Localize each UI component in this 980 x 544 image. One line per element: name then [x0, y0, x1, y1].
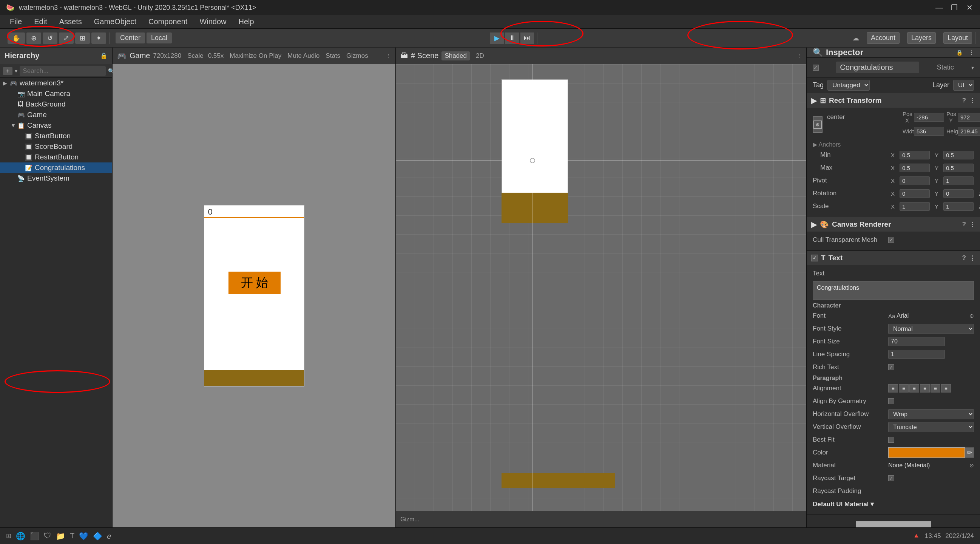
h-overflow-select[interactable]: Wrap	[888, 409, 974, 420]
hierarchy-item-canvas[interactable]: ▼ 📋 Canvas	[0, 120, 112, 131]
obj-enabled-checkbox[interactable]	[813, 65, 819, 71]
menu-help[interactable]: Help	[233, 16, 259, 27]
local-button[interactable]: Local	[146, 32, 172, 43]
inspector-more-icon[interactable]: ⋮	[969, 49, 974, 56]
rotate-tool-button[interactable]: ↺	[43, 32, 57, 44]
text-header[interactable]: ✓ T Text ? ⋮	[807, 251, 980, 265]
layers-button[interactable]: Layers	[907, 32, 936, 44]
max-x-input[interactable]	[900, 164, 930, 172]
menu-window[interactable]: Window	[194, 16, 232, 27]
scale-tool-button[interactable]: ⤢	[59, 32, 74, 44]
rect-transform-header[interactable]: ▶ ⊞ Rect Transform ? ⋮	[807, 93, 980, 108]
v-overflow-select[interactable]: Truncate	[888, 422, 974, 432]
cull-transparent-checkbox[interactable]	[888, 237, 894, 243]
menu-file[interactable]: File	[5, 16, 27, 27]
mute-audio[interactable]: Mute Audio	[287, 52, 320, 60]
hierarchy-item-eventsystem[interactable]: 📡 EventSystem	[0, 173, 112, 183]
menu-assets[interactable]: Assets	[54, 16, 87, 27]
pos-y-input[interactable]	[958, 113, 980, 122]
color-swatch[interactable]	[888, 447, 965, 458]
hierarchy-item-game[interactable]: 🎮 Game	[0, 110, 112, 120]
height-input[interactable]	[958, 127, 980, 136]
pause-button[interactable]: ⏸	[505, 32, 519, 44]
font-size-input[interactable]	[888, 337, 945, 346]
align-middle-button[interactable]: ≡	[931, 384, 940, 392]
hierarchy-search-input[interactable]	[20, 66, 106, 76]
max-y-input[interactable]	[943, 164, 974, 172]
menu-gameobject[interactable]: GameObject	[89, 16, 142, 27]
stats-button[interactable]: Stats	[326, 52, 340, 60]
shield-icon[interactable]: 🛡	[44, 531, 51, 540]
color-eyedropper-button[interactable]: ✏	[965, 447, 974, 458]
rich-text-checkbox[interactable]	[888, 364, 894, 370]
move-tool-button[interactable]: ⊕	[26, 32, 41, 44]
play-button[interactable]: ▶	[490, 32, 504, 44]
text-checkbox[interactable]: ✓	[811, 255, 818, 262]
rect-transform-help-icon[interactable]: ?	[962, 97, 966, 105]
minimize-button[interactable]: —	[935, 3, 944, 12]
font-style-select[interactable]: Normal	[888, 324, 974, 334]
align-center-button[interactable]: ≡	[899, 384, 908, 392]
hierarchy-item-watermelon[interactable]: ▶ 🎮 watermelon3*	[0, 78, 112, 88]
hierarchy-item-background[interactable]: 🖼 BackGround	[0, 99, 112, 110]
material-picker-icon[interactable]: ⊙	[969, 463, 974, 469]
min-x-input[interactable]	[900, 151, 930, 160]
close-button[interactable]: ✕	[965, 3, 974, 12]
align-left-button[interactable]: ≡	[888, 384, 898, 392]
static-arrow-icon[interactable]: ▾	[971, 65, 974, 71]
min-y-input[interactable]	[943, 151, 974, 160]
font-picker-icon[interactable]: ⊙	[969, 313, 974, 319]
inspector-lock-icon[interactable]: 🔒	[956, 49, 963, 56]
hierarchy-item-startbutton[interactable]: 🔲 StartButton	[0, 131, 112, 141]
pos-x-input[interactable]	[914, 113, 944, 122]
text-help-icon[interactable]: ?	[962, 254, 966, 262]
rect-tool-button[interactable]: ⊞	[75, 32, 90, 44]
rect-transform-more-icon[interactable]: ⋮	[969, 97, 975, 105]
canvas-renderer-help-icon[interactable]: ?	[962, 221, 966, 228]
align-bottom-button[interactable]: ≡	[941, 384, 951, 392]
scale-x-input[interactable]	[900, 202, 930, 211]
step-button[interactable]: ⏭	[520, 32, 534, 44]
multi-tool-button[interactable]: ✦	[91, 32, 106, 44]
default-ui-material-label[interactable]: Default UI Material ▾	[813, 500, 874, 508]
vscode-icon[interactable]: 🔷	[93, 531, 102, 541]
chrome-icon[interactable]: 🌐	[16, 531, 25, 541]
text-preview-box[interactable]: Congratulations	[813, 281, 974, 300]
text-more-icon[interactable]: ⋮	[969, 254, 975, 262]
layer-select[interactable]: UI	[953, 80, 974, 91]
menu-component[interactable]: Component	[143, 16, 192, 27]
ie-icon[interactable]: ℯ	[107, 531, 111, 541]
scene-2d-button[interactable]: 2D	[476, 52, 484, 60]
layout-button[interactable]: Layout	[943, 32, 972, 44]
tag-select[interactable]: Untagged	[827, 80, 870, 91]
maximize-button[interactable]: ❐	[950, 3, 959, 12]
hierarchy-item-congratulations[interactable]: 📝 Congratulations	[0, 163, 112, 173]
align-top-button[interactable]: ≡	[920, 384, 930, 392]
raycast-checkbox[interactable]	[888, 475, 894, 481]
game-panel-more-icon[interactable]: ⋮	[386, 53, 391, 59]
hierarchy-item-maincamera[interactable]: 📷 Main Camera	[0, 88, 112, 99]
pivot-x-input[interactable]	[900, 176, 930, 185]
scale-y-input[interactable]	[943, 202, 974, 211]
hierarchy-item-restartbutton[interactable]: 🔲 RestartButton	[0, 152, 112, 163]
scene-panel-more-icon[interactable]: ⋮	[797, 53, 802, 59]
canvas-renderer-header[interactable]: ▶ 🎨 Canvas Renderer ? ⋮	[807, 217, 980, 231]
scene-mode-selector[interactable]: Shaded	[441, 51, 470, 61]
start-icon[interactable]: ⊞	[6, 532, 11, 540]
rot-y-input[interactable]	[943, 189, 974, 198]
best-fit-checkbox[interactable]	[888, 437, 894, 443]
menu-edit[interactable]: Edit	[29, 16, 52, 27]
text-editor-icon[interactable]: T	[70, 531, 75, 540]
folder-icon[interactable]: 📁	[56, 531, 65, 541]
hand-tool-button[interactable]: ✋	[8, 32, 25, 44]
pivot-y-input[interactable]	[943, 176, 974, 185]
hierarchy-menu-icon[interactable]: ▾	[15, 68, 18, 74]
align-right-button[interactable]: ≡	[909, 384, 919, 392]
code-icon[interactable]: 💙	[79, 531, 88, 541]
gizmos-button[interactable]: Gizmos	[346, 52, 368, 60]
terminal-icon[interactable]: ⬛	[30, 531, 39, 541]
align-by-geometry-checkbox[interactable]	[888, 398, 894, 404]
account-button[interactable]: Account	[867, 32, 900, 44]
width-input[interactable]	[914, 127, 944, 136]
hierarchy-item-scoreboard[interactable]: 🔲 ScoreBoard	[0, 141, 112, 152]
